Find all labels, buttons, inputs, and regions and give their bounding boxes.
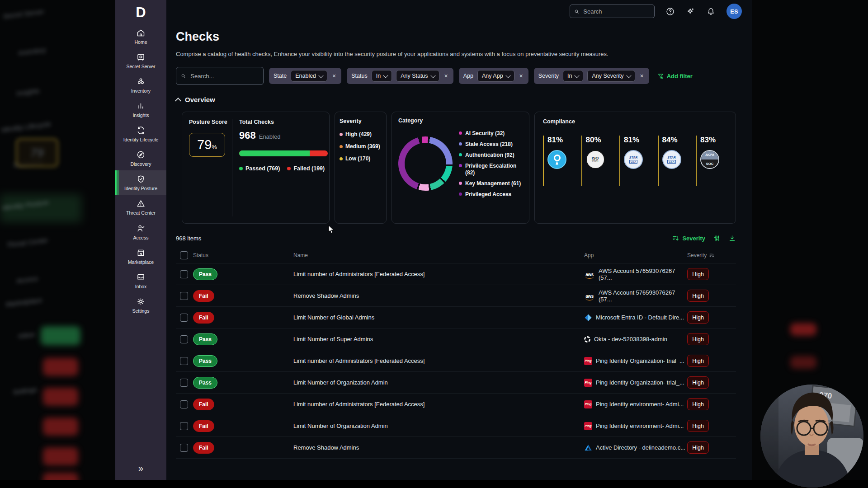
row-checkbox[interactable]	[180, 400, 188, 408]
items-count: 968 items	[176, 235, 201, 242]
table-row[interactable]: Fail Limit Number of Global Admins Micro…	[176, 307, 736, 328]
row-checkbox[interactable]	[180, 379, 188, 387]
sidebar-item-inbox[interactable]: Inbox	[115, 268, 166, 293]
status-operator-dropdown[interactable]: In	[372, 70, 392, 82]
category-card-label: Category	[398, 117, 524, 124]
compliance-item-aicpa-soc: 83% AICPA SOC	[696, 136, 719, 186]
sidebar-item-inventory[interactable]: Inventory	[115, 73, 166, 97]
csa-star-badge-icon: STAR CSA	[624, 150, 643, 169]
app-value-dropdown[interactable]: Any App	[477, 70, 514, 82]
sidebar-item-settings[interactable]: Settings	[115, 293, 166, 317]
refresh-icon	[136, 126, 146, 135]
notifications-button[interactable]	[706, 7, 716, 16]
table-search[interactable]	[176, 67, 264, 85]
sidebar-item-identity-lifecycle[interactable]: Identity Lifecycle	[115, 122, 166, 146]
row-checkbox[interactable]	[180, 335, 188, 343]
column-header-app[interactable]: App	[584, 252, 687, 258]
sidebar-collapse-button[interactable]: »	[138, 463, 143, 474]
ping-identity-icon: Ping	[584, 422, 592, 430]
overview-section-toggle[interactable]: Overview	[176, 96, 736, 103]
table-search-input[interactable]	[189, 72, 259, 80]
chevron-down-icon	[575, 73, 580, 78]
app-window: ES Checks Comprise a catalog of health c…	[166, 0, 752, 480]
state-value-dropdown[interactable]: Enabled	[291, 70, 327, 82]
sidebar-item-access[interactable]: Access	[115, 220, 166, 244]
severity-operator-dropdown[interactable]: In	[563, 70, 583, 82]
table-row[interactable]: Pass Limit number of Administrators [Fed…	[176, 350, 736, 372]
dropdown-value: Enabled	[295, 73, 316, 79]
select-all-checkbox[interactable]	[180, 251, 188, 259]
sidebar-item-label: Identity Lifecycle	[123, 137, 159, 142]
check-name[interactable]: Limit Number of Super Admins	[293, 336, 584, 343]
dropdown-value: Any App	[482, 73, 503, 79]
table-row[interactable]: Pass Limit number of Administrators [Fed…	[176, 263, 736, 285]
check-name[interactable]: Limit Number of Organization Admin	[293, 379, 584, 386]
compliance-item-iso: 80% ISO 27001	[581, 136, 605, 186]
remove-severity-filter-button[interactable]: ×	[639, 72, 645, 80]
sidebar-item-identity-posture[interactable]: Identity Posture	[115, 170, 166, 195]
table-row[interactable]: Fail Limit Number of Organization Admin …	[176, 415, 736, 437]
row-checkbox[interactable]	[180, 357, 188, 365]
cis-badge-icon	[547, 150, 566, 169]
severity-badge: High	[687, 441, 709, 454]
column-header-severity[interactable]: Severity	[687, 252, 736, 258]
medium-dot	[340, 145, 343, 148]
posture-score-value: 79	[197, 137, 212, 152]
table-row[interactable]: Fail Limit number of Administrators [Fed…	[176, 394, 736, 415]
sidebar-item-marketplace[interactable]: Marketplace	[115, 244, 166, 268]
global-search-input[interactable]	[582, 8, 650, 15]
row-checkbox[interactable]	[180, 270, 188, 278]
row-checkbox[interactable]	[180, 292, 188, 300]
check-name[interactable]: Limit Number of Organization Admin	[293, 422, 584, 429]
table-row[interactable]: Fail Remove Shadow Admins Active Directo…	[176, 437, 736, 459]
row-checkbox[interactable]	[180, 444, 188, 452]
screen: Secret Server Inventory Insights Identit…	[0, 0, 868, 488]
chevron-down-icon	[505, 73, 510, 78]
remove-app-filter-button[interactable]: ×	[519, 72, 524, 80]
okta-icon	[584, 336, 590, 343]
sort-by-severity-button[interactable]: Severity	[672, 235, 705, 242]
sidebar-item-home[interactable]: Home	[115, 24, 166, 48]
row-checkbox[interactable]	[180, 314, 188, 322]
filter-label: Status	[351, 73, 367, 79]
sidebar-item-discovery[interactable]: Discovery	[115, 146, 166, 170]
ping-identity-icon: Ping	[584, 379, 592, 387]
help-button[interactable]	[665, 7, 675, 16]
check-name[interactable]: Limit Number of Global Admins	[293, 314, 584, 321]
table-row[interactable]: Pass Limit Number of Organization Admin …	[176, 372, 736, 394]
column-settings-icon[interactable]	[713, 235, 721, 242]
global-search[interactable]	[570, 5, 655, 18]
check-name[interactable]: Remove Shadow Admins	[293, 292, 584, 299]
failed-legend: Failed (199)	[287, 165, 325, 172]
aws-icon: aws	[584, 271, 595, 277]
table-row[interactable]: Fail Remove Shadow Admins aws AWS Accoun…	[176, 285, 736, 307]
table-row[interactable]: Pass Limit Number of Super Admins Okta -…	[176, 328, 736, 350]
posture-score-card: Posture Score 79 % Total Checks 968 Enab…	[182, 112, 330, 224]
csa-star-badge-icon: STAR CSA	[662, 150, 681, 169]
remove-state-filter-button[interactable]: ×	[331, 72, 337, 80]
remove-status-filter-button[interactable]: ×	[443, 72, 449, 80]
assistant-button[interactable]	[686, 7, 695, 16]
user-avatar[interactable]: ES	[726, 4, 742, 19]
status-value-dropdown[interactable]: Any Status	[396, 70, 439, 82]
check-name[interactable]: Remove Shadow Admins	[293, 444, 584, 451]
progress-passed-segment	[239, 150, 310, 156]
backdrop-ghost-text: Inbox	[18, 330, 35, 340]
sidebar-item-insights[interactable]: Insights	[115, 97, 166, 122]
row-checkbox[interactable]	[180, 422, 188, 430]
severity-value-dropdown[interactable]: Any Severity	[587, 70, 635, 82]
app-name: Microsoft Entra ID - Default Dire...	[596, 314, 684, 321]
backdrop-ghost-score-box: 79	[16, 138, 58, 167]
column-header-status[interactable]: Status	[193, 252, 208, 258]
download-icon[interactable]	[728, 235, 736, 242]
severity-medium-item: Medium (369)	[340, 143, 382, 150]
column-header-name[interactable]: Name	[293, 252, 584, 258]
check-name[interactable]: Limit number of Administrators [Federate…	[293, 357, 584, 364]
check-name[interactable]: Limit number of Administrators [Federate…	[293, 401, 584, 408]
sidebar-item-secret-server[interactable]: Secret Server	[115, 48, 166, 73]
add-filter-label: Add filter	[667, 73, 693, 80]
low-dot	[340, 157, 343, 160]
add-filter-button[interactable]: Add filter	[657, 73, 693, 80]
check-name[interactable]: Limit number of Administrators [Federate…	[293, 271, 584, 277]
sidebar-item-threat-center[interactable]: Threat Center	[115, 195, 166, 219]
